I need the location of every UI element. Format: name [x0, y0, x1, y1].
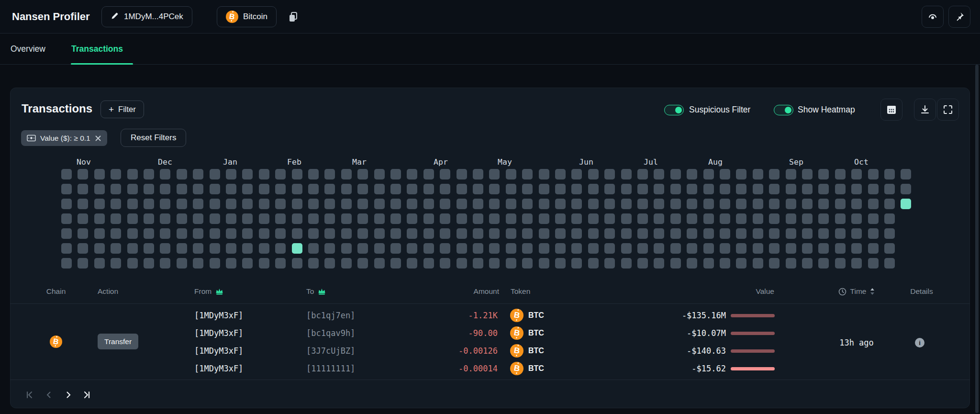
heatmap-cell[interactable]: [687, 243, 697, 254]
heatmap-cell[interactable]: [407, 184, 417, 194]
heatmap-cell[interactable]: [144, 258, 154, 269]
heatmap-cell[interactable]: [736, 258, 746, 269]
heatmap-cell[interactable]: [818, 243, 829, 254]
heatmap-cell[interactable]: [210, 258, 220, 269]
heatmap-cell[interactable]: [769, 169, 780, 179]
col-header-from[interactable]: From: [194, 287, 223, 296]
heatmap-cell[interactable]: [884, 258, 895, 269]
heatmap-cell[interactable]: [687, 169, 697, 179]
heatmap-cell[interactable]: [457, 169, 467, 179]
heatmap-cell[interactable]: [308, 213, 319, 224]
heatmap-cell[interactable]: [111, 228, 121, 239]
heatmap-cell[interactable]: [571, 199, 582, 209]
heatmap-cell[interactable]: [703, 199, 714, 209]
heatmap-cell[interactable]: [851, 199, 862, 209]
heatmap-cell[interactable]: [341, 169, 352, 179]
heatmap-cell[interactable]: [308, 199, 319, 209]
heatmap-cell[interactable]: [769, 199, 780, 209]
heatmap-cell[interactable]: [736, 243, 746, 254]
heatmap-cell[interactable]: [522, 258, 533, 269]
heatmap-cell[interactable]: [473, 213, 483, 224]
details-info-icon[interactable]: i: [915, 338, 924, 347]
heatmap-cell[interactable]: [127, 169, 138, 179]
heatmap-cell[interactable]: [604, 228, 615, 239]
heatmap-cell[interactable]: [769, 184, 780, 194]
heatmap-cell[interactable]: [637, 199, 648, 209]
heatmap-cell[interactable]: [242, 243, 253, 254]
heatmap-cell[interactable]: [703, 258, 714, 269]
heatmap-cell[interactable]: [884, 169, 895, 179]
heatmap-cell[interactable]: [94, 199, 105, 209]
heatmap-cell[interactable]: [720, 213, 730, 224]
heatmap-cell[interactable]: [374, 169, 385, 179]
heatmap-cell[interactable]: [127, 258, 138, 269]
heatmap-cell[interactable]: [489, 169, 500, 179]
heatmap-cell[interactable]: [868, 258, 879, 269]
heatmap-cell[interactable]: [457, 228, 467, 239]
heatmap-cell[interactable]: [506, 169, 516, 179]
heatmap-cell[interactable]: [127, 228, 138, 239]
heatmap-cell[interactable]: [160, 228, 170, 239]
heatmap-cell[interactable]: [160, 184, 170, 194]
heatmap-cell[interactable]: [851, 243, 862, 254]
heatmap-cell[interactable]: [357, 169, 368, 179]
remove-filter-button[interactable]: [95, 135, 101, 142]
heatmap-cell[interactable]: [440, 199, 450, 209]
heatmap-cell[interactable]: [637, 213, 648, 224]
heatmap-cell[interactable]: [78, 228, 88, 239]
heatmap-cell[interactable]: [390, 228, 401, 239]
heatmap-cell[interactable]: [621, 184, 632, 194]
heatmap-cell[interactable]: [802, 169, 813, 179]
heatmap-cell[interactable]: [786, 169, 796, 179]
heatmap-cell[interactable]: [901, 169, 911, 179]
heatmap-cell[interactable]: [61, 169, 72, 179]
heatmap-cell[interactable]: [489, 213, 500, 224]
heatmap-cell[interactable]: [390, 184, 401, 194]
heatmap-cell[interactable]: [324, 199, 335, 209]
heatmap-cell[interactable]: [736, 199, 746, 209]
heatmap-cell[interactable]: [226, 243, 236, 254]
heatmap-cell[interactable]: [78, 213, 88, 224]
heatmap-cell[interactable]: [160, 199, 170, 209]
heatmap-cell[interactable]: [571, 213, 582, 224]
heatmap-cell[interactable]: [61, 258, 72, 269]
heatmap-cell[interactable]: [555, 243, 566, 254]
heatmap-cell[interactable]: [868, 199, 879, 209]
heatmap-cell[interactable]: [324, 213, 335, 224]
heatmap-cell[interactable]: [160, 169, 170, 179]
heatmap-cell[interactable]: [275, 199, 286, 209]
heatmap-cell[interactable]: [357, 213, 368, 224]
address-button[interactable]: 1MDyM...4PCek: [101, 6, 192, 27]
heatmap-cell[interactable]: [720, 184, 730, 194]
heatmap-cell[interactable]: [670, 184, 681, 194]
heatmap-cell[interactable]: [94, 169, 105, 179]
heatmap-cell[interactable]: [753, 258, 763, 269]
heatmap-cell[interactable]: [769, 213, 780, 224]
heatmap-cell[interactable]: [111, 184, 121, 194]
heatmap-cell[interactable]: [341, 213, 352, 224]
heatmap-cell[interactable]: [226, 184, 236, 194]
heatmap-cell[interactable]: [489, 258, 500, 269]
heatmap-cell[interactable]: [61, 228, 72, 239]
heatmap-cell[interactable]: [571, 228, 582, 239]
download-button[interactable]: [914, 99, 936, 121]
heatmap-cell[interactable]: [407, 258, 417, 269]
heatmap-cell[interactable]: [802, 258, 813, 269]
heatmap-cell[interactable]: [357, 184, 368, 194]
heatmap-cell[interactable]: [407, 199, 417, 209]
heatmap-cell[interactable]: [308, 243, 319, 254]
heatmap-cell[interactable]: [720, 228, 730, 239]
heatmap-cell[interactable]: [851, 258, 862, 269]
heatmap-cell[interactable]: [292, 169, 302, 179]
heatmap-cell[interactable]: [720, 169, 730, 179]
heatmap-cell[interactable]: [210, 184, 220, 194]
heatmap-cell[interactable]: [818, 184, 829, 194]
heatmap-cell[interactable]: [802, 213, 813, 224]
heatmap-cell[interactable]: [127, 199, 138, 209]
heatmap-cell[interactable]: [242, 199, 253, 209]
heatmap-cell[interactable]: [111, 258, 121, 269]
fullscreen-button[interactable]: [937, 99, 959, 121]
reset-filters-button[interactable]: Reset Filters: [121, 129, 186, 147]
heatmap-cell[interactable]: [341, 243, 352, 254]
heatmap-cell[interactable]: [407, 169, 417, 179]
